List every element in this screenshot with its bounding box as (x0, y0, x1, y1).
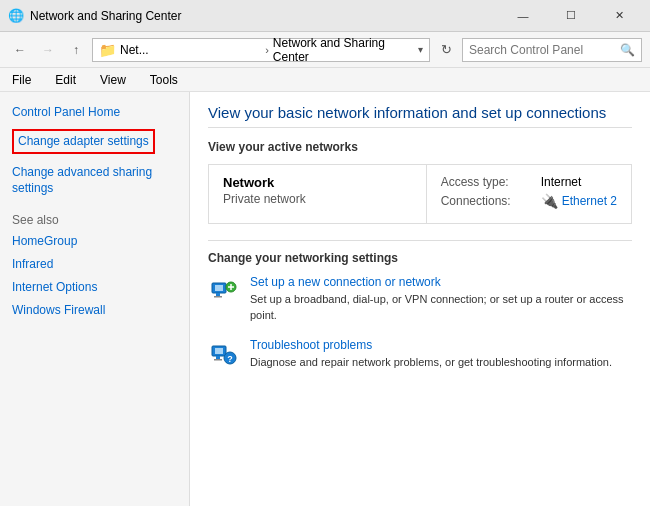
sidebar-windows-firewall[interactable]: Windows Firewall (12, 302, 177, 319)
menu-tools[interactable]: Tools (146, 71, 182, 89)
access-type-value: Internet (541, 175, 582, 189)
see-also-header: See also (12, 213, 177, 227)
action-2-content: Troubleshoot problems Diagnose and repai… (250, 338, 632, 370)
svg-rect-8 (215, 348, 223, 354)
window-controls: — ☐ ✕ (500, 0, 642, 32)
sidebar-internet-options[interactable]: Internet Options (12, 279, 177, 296)
address-icon: 📁 (99, 42, 116, 58)
svg-rect-2 (216, 293, 220, 296)
address-bar[interactable]: 📁 Net... › Network and Sharing Center ▾ (92, 38, 430, 62)
address-separator1: › (265, 44, 269, 56)
troubleshoot-icon: ? (208, 338, 240, 370)
ethernet-icon: 🔌 (541, 193, 558, 209)
menu-edit[interactable]: Edit (51, 71, 80, 89)
close-button[interactable]: ✕ (596, 0, 642, 32)
action-row-1: Set up a new connection or network Set u… (208, 275, 632, 324)
back-button[interactable]: ← (8, 38, 32, 62)
action-2-title[interactable]: Troubleshoot problems (250, 338, 632, 352)
page-title: View your basic network information and … (208, 104, 632, 128)
address-dropdown-icon[interactable]: ▾ (418, 44, 423, 55)
search-box[interactable]: 🔍 (462, 38, 642, 62)
maximize-button[interactable]: ☐ (548, 0, 594, 32)
address-path-part1: Net... (120, 43, 261, 57)
access-type-row: Access type: Internet (441, 175, 617, 189)
divider (208, 240, 632, 241)
action-1-title[interactable]: Set up a new connection or network (250, 275, 632, 289)
change-settings-header: Change your networking settings (208, 251, 632, 265)
action-2-desc: Diagnose and repair network problems, or… (250, 356, 612, 368)
sidebar-change-adapter[interactable]: Change adapter settings (12, 129, 155, 154)
ethernet-link[interactable]: Ethernet 2 (562, 194, 617, 208)
sidebar-control-panel-home[interactable]: Control Panel Home (12, 104, 177, 121)
menu-file[interactable]: File (8, 71, 35, 89)
sidebar: Control Panel Home Change adapter settin… (0, 92, 190, 506)
svg-rect-9 (216, 356, 220, 359)
title-bar: 🌐 Network and Sharing Center — ☐ ✕ (0, 0, 650, 32)
refresh-button[interactable]: ↻ (434, 38, 458, 62)
sidebar-infrared[interactable]: Infrared (12, 256, 177, 273)
access-type-label: Access type: (441, 175, 541, 189)
new-connection-icon (208, 275, 240, 307)
network-info-left: Network Private network (209, 165, 427, 223)
navigation-bar: ← → ↑ 📁 Net... › Network and Sharing Cen… (0, 32, 650, 68)
action-row-2: ? Troubleshoot problems Diagnose and rep… (208, 338, 632, 370)
active-networks-header: View your active networks (208, 140, 632, 154)
network-info-right: Access type: Internet Connections: 🔌 Eth… (427, 165, 631, 223)
network-box: Network Private network Access type: Int… (208, 164, 632, 224)
window-title: Network and Sharing Center (30, 9, 500, 23)
content-area: View your basic network information and … (190, 92, 650, 506)
app-icon: 🌐 (8, 8, 24, 24)
connections-label: Connections: (441, 194, 541, 208)
search-icon: 🔍 (620, 43, 635, 57)
network-name: Network (223, 175, 412, 190)
sidebar-change-sharing[interactable]: Change advanced sharing settings (12, 164, 177, 198)
search-input[interactable] (469, 43, 620, 57)
menu-view[interactable]: View (96, 71, 130, 89)
svg-rect-3 (214, 296, 222, 298)
address-path-part2: Network and Sharing Center (273, 36, 414, 64)
svg-rect-10 (214, 359, 222, 361)
main-layout: Control Panel Home Change adapter settin… (0, 92, 650, 506)
svg-text:?: ? (227, 354, 233, 364)
minimize-button[interactable]: — (500, 0, 546, 32)
network-type: Private network (223, 192, 412, 206)
sidebar-homegroup[interactable]: HomeGroup (12, 233, 177, 250)
action-1-content: Set up a new connection or network Set u… (250, 275, 632, 324)
action-1-desc: Set up a broadband, dial-up, or VPN conn… (250, 293, 624, 321)
up-button[interactable]: ↑ (64, 38, 88, 62)
forward-button[interactable]: → (36, 38, 60, 62)
connections-row: Connections: 🔌 Ethernet 2 (441, 193, 617, 209)
svg-rect-1 (215, 285, 223, 291)
menu-bar: File Edit View Tools (0, 68, 650, 92)
